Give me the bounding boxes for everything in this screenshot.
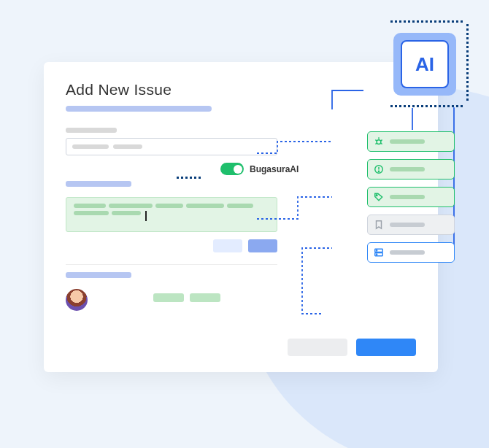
pill-bookmark[interactable]: [367, 215, 455, 235]
chip-dash-top: [390, 20, 463, 23]
pill-text-placeholder: [390, 139, 425, 144]
pill-text-placeholder: [390, 195, 425, 199]
server-icon: [374, 247, 384, 258]
pill-priority[interactable]: [367, 159, 455, 179]
bug-icon: [374, 136, 384, 147]
svg-line-2: [375, 140, 377, 141]
chip-dash-right: [466, 24, 469, 103]
chip-dash-bottom: [390, 105, 463, 107]
svg-line-5: [381, 143, 382, 144]
tag-icon: [374, 192, 384, 202]
svg-line-4: [375, 143, 377, 144]
svg-point-12: [377, 250, 377, 251]
pill-text-placeholder: [390, 250, 425, 255]
suggestion-pills: [367, 131, 455, 263]
svg-line-3: [381, 140, 382, 141]
svg-point-13: [377, 254, 377, 255]
pill-server[interactable]: [367, 242, 455, 263]
ai-chip: AI: [385, 24, 465, 104]
chip-inner: AI: [401, 40, 449, 88]
svg-point-0: [377, 140, 381, 144]
bookmark-icon: [374, 220, 384, 230]
svg-point-8: [378, 171, 379, 171]
alert-circle-icon: [374, 164, 384, 174]
pill-text-placeholder: [390, 167, 425, 171]
pill-tag[interactable]: [367, 187, 455, 207]
svg-point-9: [376, 195, 377, 196]
pill-bug[interactable]: [367, 131, 455, 152]
ai-chip-label: AI: [415, 53, 434, 76]
pill-text-placeholder: [390, 223, 425, 227]
